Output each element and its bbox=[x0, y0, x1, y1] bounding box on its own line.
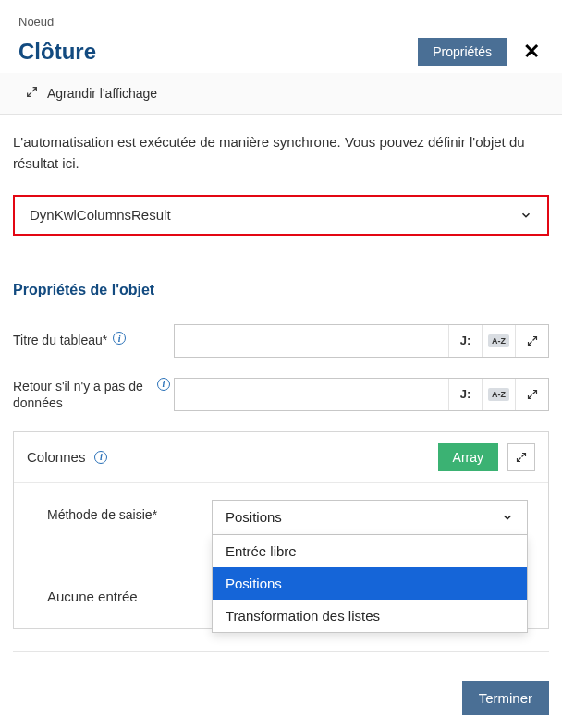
j-button[interactable]: J: bbox=[448, 325, 482, 357]
title-row: Clôture Propriétés ✕ bbox=[18, 38, 544, 66]
no-data-return-input[interactable] bbox=[175, 379, 448, 410]
breadcrumb: Noeud bbox=[18, 15, 544, 29]
dropdown-option[interactable]: Positions bbox=[213, 567, 527, 600]
expand-field-button[interactable] bbox=[515, 325, 548, 357]
content-area: L'automatisation est exécutée de manière… bbox=[0, 115, 562, 663]
expand-columns-button[interactable] bbox=[507, 443, 535, 471]
columns-panel-header: Colonnes i Array bbox=[14, 432, 548, 483]
table-title-label-col: Titre du tableau* i bbox=[13, 332, 170, 348]
table-title-label: Titre du tableau* bbox=[13, 332, 107, 348]
no-data-input-group: J: A-Z bbox=[174, 378, 549, 411]
expand-field-button[interactable] bbox=[515, 379, 548, 410]
table-title-field-row: Titre du tableau* i J: A-Z bbox=[13, 324, 549, 358]
properties-button[interactable]: Propriétés bbox=[418, 38, 507, 66]
result-object-value: DynKwlColumnsResult bbox=[30, 207, 171, 223]
table-title-input[interactable] bbox=[175, 325, 448, 357]
result-object-select[interactable]: DynKwlColumnsResult bbox=[13, 195, 549, 236]
chevron-down-icon bbox=[519, 209, 532, 222]
expand-icon bbox=[26, 86, 38, 101]
columns-actions: Array bbox=[438, 443, 535, 471]
info-icon[interactable]: i bbox=[94, 451, 107, 464]
no-data-return-field-row: Retour s'il n'y a pas de données i J: A-… bbox=[13, 378, 549, 411]
j-button[interactable]: J: bbox=[448, 379, 482, 410]
finish-button[interactable]: Terminer bbox=[462, 681, 549, 715]
footer: Terminer bbox=[462, 681, 549, 715]
description-text: L'automatisation est exécutée de manière… bbox=[13, 131, 549, 175]
close-icon[interactable]: ✕ bbox=[519, 40, 544, 64]
input-method-row: Méthode de saisie* Positions Entrée libr… bbox=[14, 483, 548, 535]
page-title: Clôture bbox=[18, 39, 96, 65]
dropdown-option[interactable]: Entrée libre bbox=[213, 535, 527, 567]
no-data-return-label: Retour s'il n'y a pas de données bbox=[13, 378, 152, 411]
no-data-label-col: Retour s'il n'y a pas de données i bbox=[13, 378, 170, 411]
columns-title: Colonnes bbox=[27, 449, 85, 465]
info-icon[interactable]: i bbox=[157, 378, 170, 391]
title-actions: Propriétés ✕ bbox=[418, 38, 544, 66]
expand-view-label: Agrandir l'affichage bbox=[47, 86, 157, 101]
chevron-down-icon bbox=[501, 511, 514, 524]
object-properties-heading: Propriétés de l'objet bbox=[13, 282, 549, 298]
input-method-label: Méthode de saisie* bbox=[47, 500, 204, 522]
panel-header: Noeud Clôture Propriétés ✕ bbox=[0, 0, 562, 73]
input-method-dropdown: Entrée librePositionsTransformation des … bbox=[212, 535, 528, 633]
dropdown-option[interactable]: Transformation des listes bbox=[213, 600, 527, 632]
az-button[interactable]: A-Z bbox=[482, 325, 515, 357]
input-method-value: Positions bbox=[226, 509, 282, 525]
array-button[interactable]: Array bbox=[438, 443, 498, 471]
input-method-select[interactable]: Positions bbox=[212, 500, 528, 535]
table-title-input-group: J: A-Z bbox=[174, 324, 549, 358]
columns-title-wrap: Colonnes i bbox=[27, 449, 107, 465]
divider bbox=[13, 651, 549, 652]
columns-panel: Colonnes i Array Méthode de saisie* Posi… bbox=[13, 431, 549, 629]
az-button[interactable]: A-Z bbox=[482, 379, 515, 410]
expand-view-row[interactable]: Agrandir l'affichage bbox=[0, 73, 562, 115]
info-icon[interactable]: i bbox=[113, 332, 126, 345]
input-method-select-col: Positions Entrée librePositionsTransform… bbox=[212, 500, 528, 535]
